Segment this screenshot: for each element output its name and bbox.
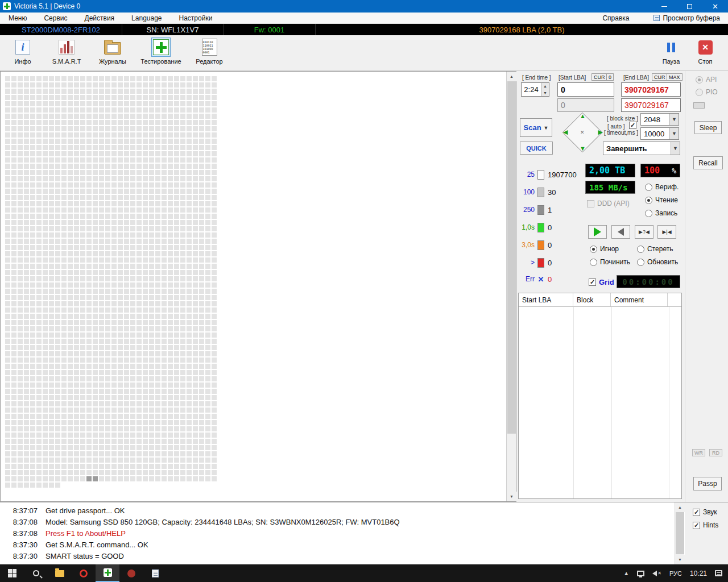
scroll-up-icon[interactable]: ▲	[507, 72, 516, 81]
checkbox-icon	[693, 522, 700, 529]
start-button[interactable]	[0, 564, 24, 582]
search-button[interactable]	[24, 564, 48, 582]
column-header-start-lba[interactable]: Start LBA	[519, 293, 573, 306]
stop-button[interactable]: ✕ Стоп	[682, 38, 728, 65]
close-button[interactable]: ✕	[702, 0, 728, 13]
quick-button[interactable]: QUICK	[520, 142, 553, 155]
scan-block	[168, 257, 173, 263]
scroll-up-icon[interactable]: ▲	[675, 502, 685, 512]
hints-checkbox[interactable]: Hints	[693, 521, 718, 529]
end-lba-max-button[interactable]: MAX	[667, 73, 682, 81]
scan-block	[93, 470, 98, 475]
notepad-button[interactable]	[143, 564, 167, 582]
menu-item-language[interactable]: Language	[123, 13, 170, 24]
victoria-taskbar-button[interactable]	[96, 564, 119, 582]
sleep-button[interactable]: Sleep	[694, 121, 722, 134]
jump-button[interactable]: ▶|◀	[657, 225, 676, 239]
auto-checkbox[interactable]	[629, 122, 636, 129]
scroll-down-icon[interactable]: ▼	[507, 492, 516, 501]
scan-block	[80, 289, 85, 294]
maximize-button[interactable]	[677, 0, 702, 13]
start-lba-zero-button[interactable]: 0	[606, 73, 614, 81]
skip-button[interactable]: ▶?◀	[635, 225, 653, 239]
scan-block	[24, 420, 29, 425]
radio-icon	[696, 89, 703, 96]
nav-up-icon[interactable]: ▲	[580, 113, 586, 119]
display-tray-icon[interactable]	[637, 571, 644, 576]
nav-down-icon[interactable]: ▼	[580, 146, 586, 152]
timeout-select[interactable]: 10000 ▼	[640, 127, 679, 140]
opera-button[interactable]	[72, 564, 96, 582]
sound-checkbox[interactable]: Звук	[693, 508, 717, 516]
block-size-select[interactable]: 2048 ▼	[640, 113, 679, 126]
scan-block	[180, 445, 185, 450]
action-center-icon[interactable]	[715, 570, 722, 576]
buffer-view-button[interactable]: Просмотр буфера	[653, 14, 720, 22]
menu-item-settings[interactable]: Настройки	[171, 13, 221, 24]
ignore-radio[interactable]: Игнор	[590, 245, 619, 253]
scan-block	[111, 307, 117, 313]
column-header-block[interactable]: Block	[573, 293, 611, 306]
menu-item-actions[interactable]: Действия	[76, 13, 123, 24]
back-button[interactable]	[611, 225, 630, 239]
scan-scrollbar-thumb[interactable]	[507, 81, 516, 434]
scan-block	[93, 314, 98, 319]
scan-block	[205, 301, 210, 306]
tray-expand-icon[interactable]: ▲	[623, 570, 629, 576]
nav-center-icon[interactable]: ✕	[580, 130, 585, 135]
after-scan-action-select[interactable]: Завершить ▼	[603, 142, 680, 155]
scan-block	[143, 451, 148, 456]
log-scrollbar[interactable]: ▲ ▼	[675, 502, 684, 564]
journals-button[interactable]: Журналы	[90, 38, 135, 65]
start-test-button[interactable]	[588, 225, 607, 239]
smart-button[interactable]: S.M.A.R.T	[44, 38, 89, 65]
scan-block	[105, 433, 110, 438]
scan-block	[136, 357, 142, 363]
end-lba-input[interactable]: 3907029167	[621, 82, 681, 97]
scan-scrollbar[interactable]: ▲ ▼	[506, 72, 516, 501]
end-lba-cur-button[interactable]: CUR	[652, 73, 668, 81]
end-lba-secondary-field[interactable]: 3907029167	[621, 98, 681, 112]
recall-button[interactable]: Recall	[693, 156, 723, 169]
volume-muted-icon[interactable]: ✕	[652, 571, 661, 576]
defect-table[interactable]: Start LBA Block Comment	[518, 293, 682, 499]
write-radio[interactable]: Запись	[645, 209, 677, 217]
scan-block	[99, 370, 104, 375]
browser-button[interactable]	[119, 564, 143, 582]
minimize-button[interactable]	[651, 0, 677, 13]
end-time-spinner[interactable]: 2:24 ▲ ▼	[521, 82, 549, 97]
editor-button[interactable]: 010110 110011 101000 0001 Редактор	[187, 38, 232, 65]
keyboard-language[interactable]: РУС	[669, 570, 682, 577]
scan-button[interactable]: Scan ▼	[520, 118, 552, 137]
testing-button[interactable]: Тестирование	[138, 38, 184, 65]
read-radio[interactable]: Чтение	[645, 196, 678, 204]
column-header-comment[interactable]: Comment	[611, 293, 668, 306]
grid-checkbox[interactable]: Grid	[589, 278, 614, 286]
verify-radio[interactable]: Вериф.	[645, 183, 679, 191]
scan-block	[136, 170, 142, 175]
nav-left-icon[interactable]: ◀	[563, 129, 568, 135]
menu-item-help[interactable]: Справка	[594, 13, 638, 24]
spinner-up-icon[interactable]: ▲	[541, 83, 549, 90]
refresh-radio[interactable]: Обновить	[637, 258, 678, 266]
scan-block	[136, 114, 142, 119]
scan-block	[193, 276, 198, 281]
scroll-down-icon[interactable]: ▼	[675, 555, 685, 564]
clock[interactable]: 10:21	[690, 569, 707, 577]
log-time: 8:37:08	[0, 528, 38, 539]
scan-block	[18, 82, 23, 88]
scan-block	[124, 470, 129, 475]
start-lba-cur-button[interactable]: CUR	[592, 73, 607, 81]
end-lba-label: [End LBA]	[623, 74, 649, 81]
erase-radio[interactable]: Стереть	[637, 245, 673, 253]
passport-button[interactable]: Passp	[693, 477, 722, 490]
info-button[interactable]: i Инфо	[0, 38, 46, 65]
scan-block	[124, 176, 129, 181]
menu-item-menu[interactable]: Меню	[0, 13, 35, 24]
spinner-down-icon[interactable]: ▼	[541, 90, 549, 97]
log-scrollbar-thumb[interactable]	[676, 512, 684, 554]
file-explorer-button[interactable]	[48, 564, 72, 582]
menu-item-service[interactable]: Сервис	[35, 13, 76, 24]
start-lba-input[interactable]: 0	[557, 82, 614, 97]
repair-radio[interactable]: Починить	[590, 258, 630, 266]
